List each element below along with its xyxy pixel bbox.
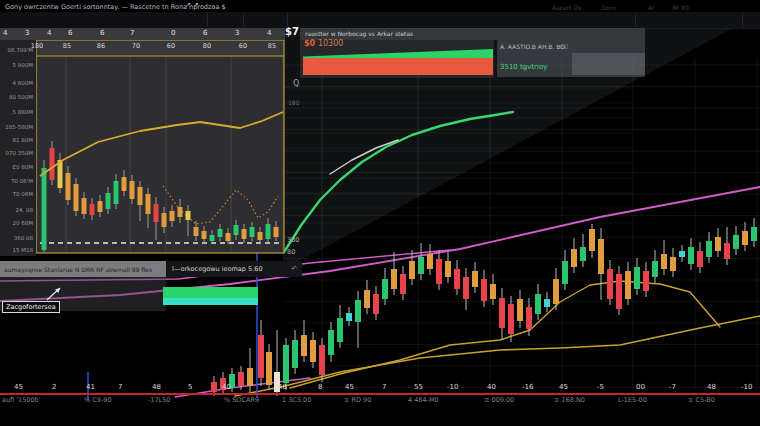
indicator-legend-label: aumaysqnse Stanlarue N DRR RF alremall 8… (0, 266, 152, 273)
inset-price-label: 5 900M (0, 62, 33, 68)
gradient-bar-cyan (163, 298, 258, 305)
ruler-tick: 7 (130, 29, 134, 37)
inset-top-tick: 80 (203, 42, 211, 50)
stats-panel-inner (572, 53, 645, 75)
header-divider (287, 13, 288, 27)
short-ratio-bar (303, 58, 493, 75)
ratio-amount: $0 10300 (304, 39, 343, 48)
ratio-amount-value: 10300 (318, 39, 343, 48)
inset-price-label: 360 08 (0, 235, 33, 241)
inset-top-tick: 86 (97, 42, 105, 50)
x-axis-tick: 48 (707, 383, 716, 391)
inset-price-label: E0 80M (0, 164, 33, 170)
x-axis-tick: 7 (118, 383, 122, 391)
inset-price-label: 24. 08 (0, 207, 33, 213)
indicator-legend-label-2: I—orkocegowu ieomap 5.60 (166, 265, 263, 273)
header-divider (635, 13, 636, 27)
callout-arrow-icon (45, 284, 67, 304)
ruler-tick: 0 (171, 29, 175, 37)
x-axis-tick: 55 (414, 383, 423, 391)
x-axis-label: 1 3C5.00 (282, 396, 311, 404)
x-axis-label: 4 484-M0 (408, 396, 439, 404)
header-divider (243, 13, 244, 27)
indicator-legend-row-2[interactable]: I—orkocegowu ieomap 5.60 ↶ (166, 261, 302, 277)
x-axis-label: ≡ C5-B0 (688, 396, 715, 404)
inset-price-label: 4 600M (0, 80, 33, 86)
x-axis-tick: -5 (597, 383, 604, 391)
stats-row-2: 3510 tgvtrioy (500, 63, 547, 71)
inset-right-label: 80 (287, 248, 295, 256)
inset-mini-chart[interactable] (36, 40, 284, 253)
x-axis-tick: 5 (188, 383, 192, 391)
price-label-top: $7 (285, 26, 299, 37)
inset-faint-label: 180 (288, 99, 299, 106)
inset-price-label: 80 500M (0, 94, 33, 100)
x-axis-tick: 00 (636, 383, 645, 391)
x-axis-tick: 48 (278, 383, 287, 391)
x-axis-label: % C9-90 (84, 396, 112, 404)
x-axis-tick: 40 (222, 383, 231, 391)
x-axis-tick: 40 (487, 383, 496, 391)
x-axis-tick: 41 (86, 383, 95, 391)
ruler-tick: 4 (47, 29, 51, 37)
inset-top-tick: 60 (167, 42, 175, 50)
inset-top-tick: 85 (268, 42, 276, 50)
header-bar (0, 12, 760, 29)
x-axis-tick: -10 (447, 383, 458, 391)
ruler-tick: 3 (235, 29, 239, 37)
inset-top-tick: 60 (239, 42, 247, 50)
x-axis-tick: 45 (345, 383, 354, 391)
menu-item[interactable]: Aacert Oy (552, 4, 582, 11)
inset-top-tick: 85 (63, 42, 71, 50)
top-ruler (0, 28, 285, 40)
indicator-legend-row[interactable]: aumaysqnse Stanlarue N DRR RF alremall 8… (0, 261, 166, 277)
x-axis-tick: 2 (52, 383, 56, 391)
menu-item[interactable]: Dom (602, 4, 616, 11)
header-divider (207, 13, 208, 27)
x-axis-tick: 48 (152, 383, 161, 391)
x-axis-label: L-1E5-00 (618, 396, 647, 404)
ruler-tick: 4 (267, 29, 271, 37)
ruler-tick: 6 (100, 29, 104, 37)
ratio-panel-title: raostter w Norbocag vs Arkar stetas (305, 30, 413, 37)
inset-price-label: 5 880M (0, 109, 33, 115)
inset-price-label: T0 06'M (0, 178, 33, 184)
x-axis-tick: -10 (741, 383, 752, 391)
x-axis-label: -17L50 (148, 396, 171, 404)
undo-icon[interactable]: ↶ (291, 265, 302, 273)
trend-arrows-icon: ↗ ↗ (185, 1, 199, 9)
menu-item[interactable]: IM X0 (672, 4, 689, 11)
menu-item[interactable]: AI (648, 4, 654, 11)
x-axis-label: ≡ RD 90 (344, 396, 371, 404)
ruler-tick: 6 (68, 29, 72, 37)
inset-price-label: 15 M18 (0, 247, 33, 253)
inset-q-label: Q (293, 79, 299, 88)
inset-right-label: 380 (287, 236, 299, 244)
x-axis-tick: -16 (522, 383, 533, 391)
inset-top-tick: 180 (31, 42, 43, 50)
header-divider (742, 13, 743, 27)
x-axis-label: ≡ 009.00 (484, 396, 514, 404)
inset-price-label: 070 350M (0, 150, 33, 156)
ratio-amount-prefix: $0 (304, 39, 315, 48)
gradient-bar-green (163, 287, 258, 298)
inset-price-label: 20 68M (0, 220, 33, 226)
trading-app-screen: Gony owrczentw Goerti sortonntay. — Rasc… (0, 0, 760, 426)
inset-top-ticks: 18085867060806085 (0, 42, 285, 52)
x-axis-tick: 45 (559, 383, 568, 391)
x-axis-tick: 45 (14, 383, 23, 391)
ruler-tick: 4 (3, 29, 7, 37)
long-ratio-bar (303, 49, 493, 58)
inset-price-label: 61 80M (0, 137, 33, 143)
x-axis-tick: 7 (382, 383, 386, 391)
x-axis-tick: -7 (669, 383, 676, 391)
inset-price-label: 285-580M (0, 124, 33, 130)
inset-price-label: T0 06M (0, 191, 33, 197)
x-axis-label: % SOCAR9 (224, 396, 259, 404)
x-axis-label: ≡ 168.N0 (554, 396, 585, 404)
ruler-tick: 3 (25, 29, 29, 37)
ruler-tick: 6 (203, 29, 207, 37)
stats-row-1: A. AASTIO.B AH.B. BO (500, 43, 565, 50)
x-axis-tick: 8 (318, 383, 322, 391)
x-axis-label: aufl '1500b' (2, 396, 41, 404)
